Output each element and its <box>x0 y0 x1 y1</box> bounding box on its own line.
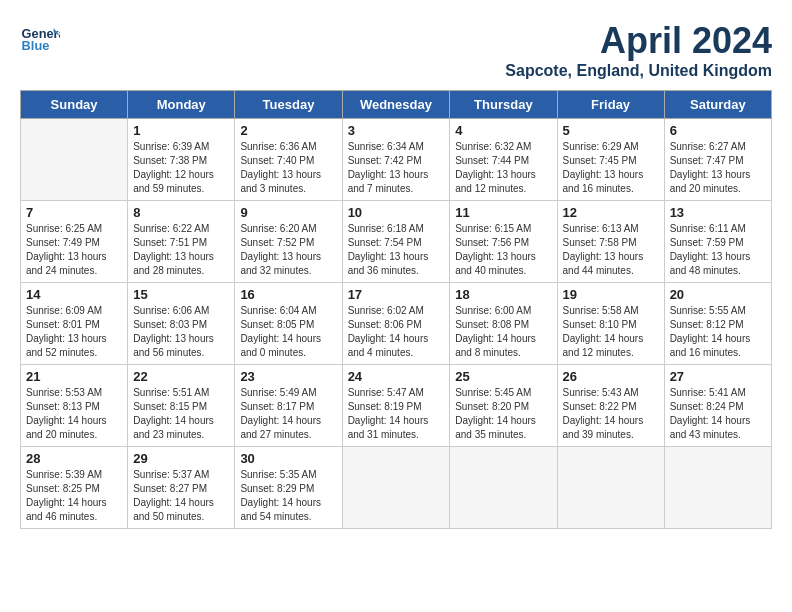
day-number: 25 <box>455 369 551 384</box>
calendar-cell: 4Sunrise: 6:32 AM Sunset: 7:44 PM Daylig… <box>450 119 557 201</box>
day-info: Sunrise: 5:35 AM Sunset: 8:29 PM Dayligh… <box>240 468 336 524</box>
calendar-cell: 18Sunrise: 6:00 AM Sunset: 8:08 PM Dayli… <box>450 283 557 365</box>
page-header: General Blue April 2024 Sapcote, England… <box>20 20 772 80</box>
day-number: 23 <box>240 369 336 384</box>
calendar-cell: 13Sunrise: 6:11 AM Sunset: 7:59 PM Dayli… <box>664 201 771 283</box>
day-number: 30 <box>240 451 336 466</box>
day-number: 12 <box>563 205 659 220</box>
day-info: Sunrise: 5:51 AM Sunset: 8:15 PM Dayligh… <box>133 386 229 442</box>
day-number: 6 <box>670 123 766 138</box>
calendar-cell <box>450 447 557 529</box>
day-number: 18 <box>455 287 551 302</box>
day-info: Sunrise: 6:02 AM Sunset: 8:06 PM Dayligh… <box>348 304 445 360</box>
day-info: Sunrise: 6:20 AM Sunset: 7:52 PM Dayligh… <box>240 222 336 278</box>
day-info: Sunrise: 6:22 AM Sunset: 7:51 PM Dayligh… <box>133 222 229 278</box>
calendar-body: 1Sunrise: 6:39 AM Sunset: 7:38 PM Daylig… <box>21 119 772 529</box>
calendar-header-row: SundayMondayTuesdayWednesdayThursdayFrid… <box>21 91 772 119</box>
calendar-cell <box>557 447 664 529</box>
day-header-tuesday: Tuesday <box>235 91 342 119</box>
calendar-cell: 12Sunrise: 6:13 AM Sunset: 7:58 PM Dayli… <box>557 201 664 283</box>
calendar-cell: 28Sunrise: 5:39 AM Sunset: 8:25 PM Dayli… <box>21 447 128 529</box>
day-info: Sunrise: 6:00 AM Sunset: 8:08 PM Dayligh… <box>455 304 551 360</box>
day-info: Sunrise: 5:37 AM Sunset: 8:27 PM Dayligh… <box>133 468 229 524</box>
calendar-table: SundayMondayTuesdayWednesdayThursdayFrid… <box>20 90 772 529</box>
calendar-cell: 10Sunrise: 6:18 AM Sunset: 7:54 PM Dayli… <box>342 201 450 283</box>
day-number: 17 <box>348 287 445 302</box>
day-number: 7 <box>26 205 122 220</box>
day-info: Sunrise: 5:49 AM Sunset: 8:17 PM Dayligh… <box>240 386 336 442</box>
day-info: Sunrise: 6:11 AM Sunset: 7:59 PM Dayligh… <box>670 222 766 278</box>
day-info: Sunrise: 6:06 AM Sunset: 8:03 PM Dayligh… <box>133 304 229 360</box>
day-number: 10 <box>348 205 445 220</box>
calendar-cell: 29Sunrise: 5:37 AM Sunset: 8:27 PM Dayli… <box>128 447 235 529</box>
day-header-wednesday: Wednesday <box>342 91 450 119</box>
calendar-cell <box>342 447 450 529</box>
calendar-cell: 20Sunrise: 5:55 AM Sunset: 8:12 PM Dayli… <box>664 283 771 365</box>
day-number: 19 <box>563 287 659 302</box>
calendar-cell <box>21 119 128 201</box>
day-info: Sunrise: 5:53 AM Sunset: 8:13 PM Dayligh… <box>26 386 122 442</box>
calendar-cell <box>664 447 771 529</box>
day-info: Sunrise: 5:47 AM Sunset: 8:19 PM Dayligh… <box>348 386 445 442</box>
day-number: 11 <box>455 205 551 220</box>
day-number: 4 <box>455 123 551 138</box>
day-info: Sunrise: 6:36 AM Sunset: 7:40 PM Dayligh… <box>240 140 336 196</box>
day-info: Sunrise: 6:32 AM Sunset: 7:44 PM Dayligh… <box>455 140 551 196</box>
month-title: April 2024 <box>505 20 772 62</box>
day-number: 22 <box>133 369 229 384</box>
day-info: Sunrise: 6:25 AM Sunset: 7:49 PM Dayligh… <box>26 222 122 278</box>
week-row-4: 21Sunrise: 5:53 AM Sunset: 8:13 PM Dayli… <box>21 365 772 447</box>
day-info: Sunrise: 5:41 AM Sunset: 8:24 PM Dayligh… <box>670 386 766 442</box>
calendar-cell: 2Sunrise: 6:36 AM Sunset: 7:40 PM Daylig… <box>235 119 342 201</box>
calendar-cell: 14Sunrise: 6:09 AM Sunset: 8:01 PM Dayli… <box>21 283 128 365</box>
calendar-cell: 6Sunrise: 6:27 AM Sunset: 7:47 PM Daylig… <box>664 119 771 201</box>
day-number: 28 <box>26 451 122 466</box>
location: Sapcote, England, United Kingdom <box>505 62 772 80</box>
day-number: 24 <box>348 369 445 384</box>
calendar-cell: 8Sunrise: 6:22 AM Sunset: 7:51 PM Daylig… <box>128 201 235 283</box>
day-number: 21 <box>26 369 122 384</box>
day-header-friday: Friday <box>557 91 664 119</box>
calendar-cell: 22Sunrise: 5:51 AM Sunset: 8:15 PM Dayli… <box>128 365 235 447</box>
day-number: 2 <box>240 123 336 138</box>
calendar-cell: 3Sunrise: 6:34 AM Sunset: 7:42 PM Daylig… <box>342 119 450 201</box>
day-info: Sunrise: 6:09 AM Sunset: 8:01 PM Dayligh… <box>26 304 122 360</box>
svg-text:Blue: Blue <box>22 38 50 53</box>
day-header-thursday: Thursday <box>450 91 557 119</box>
calendar-cell: 16Sunrise: 6:04 AM Sunset: 8:05 PM Dayli… <box>235 283 342 365</box>
logo-icon: General Blue <box>20 20 60 60</box>
calendar-cell: 21Sunrise: 5:53 AM Sunset: 8:13 PM Dayli… <box>21 365 128 447</box>
day-header-sunday: Sunday <box>21 91 128 119</box>
calendar-cell: 15Sunrise: 6:06 AM Sunset: 8:03 PM Dayli… <box>128 283 235 365</box>
day-info: Sunrise: 6:27 AM Sunset: 7:47 PM Dayligh… <box>670 140 766 196</box>
calendar-cell: 19Sunrise: 5:58 AM Sunset: 8:10 PM Dayli… <box>557 283 664 365</box>
day-header-saturday: Saturday <box>664 91 771 119</box>
week-row-3: 14Sunrise: 6:09 AM Sunset: 8:01 PM Dayli… <box>21 283 772 365</box>
calendar-cell: 5Sunrise: 6:29 AM Sunset: 7:45 PM Daylig… <box>557 119 664 201</box>
day-number: 1 <box>133 123 229 138</box>
calendar-cell: 23Sunrise: 5:49 AM Sunset: 8:17 PM Dayli… <box>235 365 342 447</box>
logo: General Blue <box>20 20 60 60</box>
day-info: Sunrise: 6:18 AM Sunset: 7:54 PM Dayligh… <box>348 222 445 278</box>
day-number: 13 <box>670 205 766 220</box>
day-number: 26 <box>563 369 659 384</box>
week-row-5: 28Sunrise: 5:39 AM Sunset: 8:25 PM Dayli… <box>21 447 772 529</box>
calendar-cell: 11Sunrise: 6:15 AM Sunset: 7:56 PM Dayli… <box>450 201 557 283</box>
day-info: Sunrise: 6:29 AM Sunset: 7:45 PM Dayligh… <box>563 140 659 196</box>
calendar-cell: 30Sunrise: 5:35 AM Sunset: 8:29 PM Dayli… <box>235 447 342 529</box>
calendar-cell: 27Sunrise: 5:41 AM Sunset: 8:24 PM Dayli… <box>664 365 771 447</box>
week-row-1: 1Sunrise: 6:39 AM Sunset: 7:38 PM Daylig… <box>21 119 772 201</box>
week-row-2: 7Sunrise: 6:25 AM Sunset: 7:49 PM Daylig… <box>21 201 772 283</box>
day-header-monday: Monday <box>128 91 235 119</box>
day-info: Sunrise: 6:04 AM Sunset: 8:05 PM Dayligh… <box>240 304 336 360</box>
calendar-cell: 9Sunrise: 6:20 AM Sunset: 7:52 PM Daylig… <box>235 201 342 283</box>
day-info: Sunrise: 6:39 AM Sunset: 7:38 PM Dayligh… <box>133 140 229 196</box>
day-number: 3 <box>348 123 445 138</box>
day-number: 5 <box>563 123 659 138</box>
calendar-cell: 25Sunrise: 5:45 AM Sunset: 8:20 PM Dayli… <box>450 365 557 447</box>
day-number: 9 <box>240 205 336 220</box>
day-number: 8 <box>133 205 229 220</box>
day-number: 20 <box>670 287 766 302</box>
day-info: Sunrise: 5:58 AM Sunset: 8:10 PM Dayligh… <box>563 304 659 360</box>
day-number: 15 <box>133 287 229 302</box>
